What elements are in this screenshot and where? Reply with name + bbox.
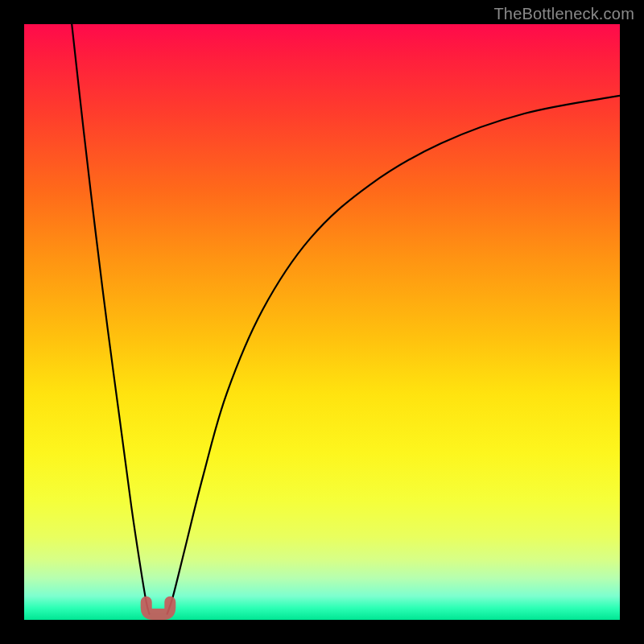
curve-right-branch: [167, 96, 620, 614]
plot-area: [24, 24, 620, 620]
curve-layer: [24, 24, 620, 620]
watermark-text: TheBottleneck.com: [493, 5, 634, 23]
curve-left-branch: [72, 24, 149, 614]
chart-frame: TheBottleneck.com: [0, 0, 644, 644]
minimum-marker-icon: [147, 602, 171, 614]
